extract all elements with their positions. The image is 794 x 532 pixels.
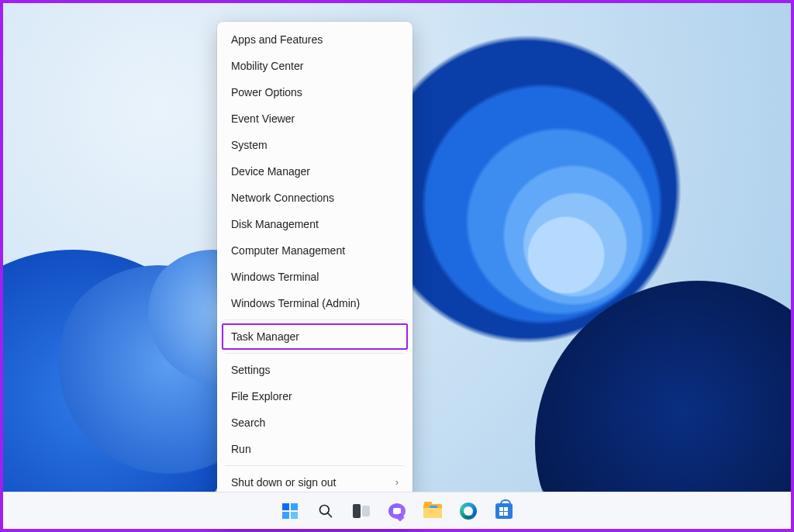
menu-item-power-options[interactable]: Power Options [217, 79, 413, 105]
menu-item-network-connections[interactable]: Network Connections [217, 185, 413, 211]
menu-item-apps-and-features[interactable]: Apps and Features [217, 26, 413, 53]
menu-item-computer-management[interactable]: Computer Management [217, 237, 413, 264]
menu-item-label: Disk Management [231, 217, 319, 231]
menu-item-label: Run [231, 442, 251, 456]
menu-item-label: Device Manager [231, 164, 310, 178]
taskbar-edge-button[interactable] [457, 500, 479, 522]
taskbar-store-button[interactable] [493, 500, 515, 522]
chat-icon [388, 503, 406, 519]
menu-item-label: Search [231, 416, 265, 430]
taskbar-task-view-button[interactable] [350, 500, 372, 522]
menu-item-label: Shut down or sign out [231, 475, 336, 489]
menu-item-label: Task Manager [231, 330, 299, 344]
taskbar-search-button[interactable] [315, 500, 337, 522]
search-icon [318, 503, 333, 519]
menu-item-windows-terminal-admin[interactable]: Windows Terminal (Admin) [217, 290, 413, 316]
menu-item-event-viewer[interactable]: Event Viewer [217, 105, 413, 132]
menu-separator [225, 353, 405, 354]
menu-item-label: Computer Management [231, 244, 345, 257]
menu-item-label: File Explorer [231, 389, 292, 403]
taskbar-chat-button[interactable] [386, 500, 408, 522]
menu-item-label: Windows Terminal [231, 270, 319, 284]
edge-icon [460, 503, 477, 520]
menu-separator [225, 465, 405, 466]
taskbar-file-explorer-button[interactable] [422, 500, 444, 522]
menu-item-label: System [231, 138, 268, 152]
menu-item-device-manager[interactable]: Device Manager [217, 158, 413, 185]
menu-item-label: Network Connections [231, 191, 334, 205]
menu-item-label: Event Viewer [231, 112, 295, 126]
taskbar-start-button[interactable] [279, 500, 301, 522]
winx-context-menu[interactable]: Apps and FeaturesMobility CenterPower Op… [217, 22, 413, 527]
menu-item-label: Settings [231, 363, 271, 377]
menu-separator [225, 320, 405, 320]
svg-line-1 [328, 513, 332, 516]
menu-item-task-manager[interactable]: Task Manager [222, 323, 408, 350]
menu-item-label: Apps and Features [231, 33, 323, 47]
menu-item-system[interactable]: System [217, 132, 413, 158]
desktop-frame: Apps and FeaturesMobility CenterPower Op… [0, 0, 794, 532]
menu-item-label: Power Options [231, 85, 302, 99]
menu-item-windows-terminal[interactable]: Windows Terminal [217, 264, 413, 290]
microsoft-store-icon [495, 503, 513, 519]
windows-logo-icon [282, 503, 298, 519]
taskbar [3, 492, 791, 529]
menu-item-label: Windows Terminal (Admin) [231, 296, 360, 310]
menu-item-file-explorer[interactable]: File Explorer [217, 383, 413, 409]
menu-item-run[interactable]: Run [217, 436, 413, 462]
menu-item-disk-management[interactable]: Disk Management [217, 211, 413, 237]
menu-item-search[interactable]: Search [217, 409, 413, 436]
menu-item-label: Mobility Center [231, 59, 303, 73]
file-explorer-icon [423, 504, 442, 518]
menu-item-settings[interactable]: Settings [217, 357, 413, 383]
chevron-right-icon: › [395, 475, 399, 489]
task-view-icon [353, 504, 370, 518]
menu-item-mobility-center[interactable]: Mobility Center [217, 53, 413, 79]
